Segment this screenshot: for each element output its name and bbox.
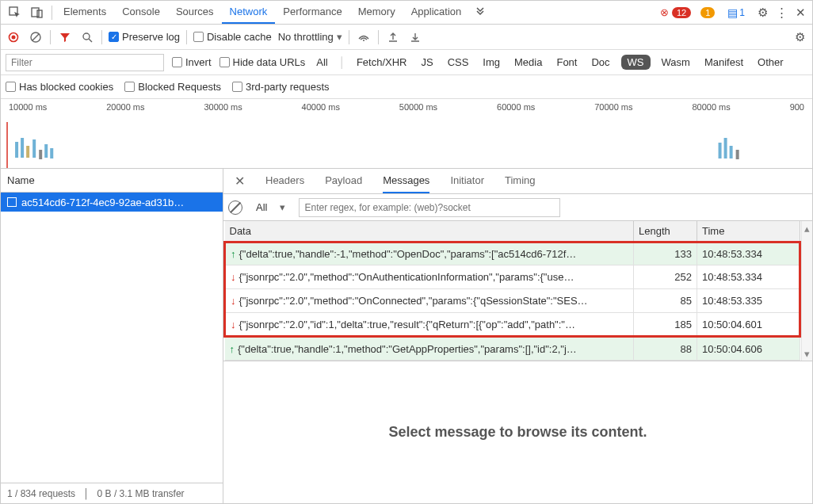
svg-line-8 bbox=[89, 39, 92, 42]
message-placeholder: Select message to browse its content. bbox=[223, 361, 812, 503]
type-filter-fetch-xhr[interactable]: Fetch/XHR bbox=[353, 55, 410, 70]
divider bbox=[50, 30, 51, 44]
svg-rect-18 bbox=[719, 143, 722, 158]
timeline-tick: 70000 ms bbox=[594, 102, 632, 112]
message-data: {"delta":true,"handle":-1,"method":"Open… bbox=[239, 248, 577, 260]
tab-sources[interactable]: Sources bbox=[168, 1, 222, 24]
timeline-tick: 10000 ms bbox=[9, 102, 47, 112]
detail-tab-messages[interactable]: Messages bbox=[383, 169, 429, 193]
message-data: {"jsonrpc":"2.0","method":"OnConnected",… bbox=[239, 295, 588, 307]
type-filter-all[interactable]: All bbox=[313, 55, 330, 70]
upload-har-icon[interactable] bbox=[385, 29, 401, 45]
disable-cache-checkbox[interactable]: Disable cache bbox=[193, 31, 272, 43]
close-detail-icon[interactable]: ✕ bbox=[230, 174, 250, 189]
timeline-tick: 40000 ms bbox=[302, 102, 340, 112]
type-filter-manifest[interactable]: Manifest bbox=[701, 55, 746, 70]
timeline-overview[interactable]: 10000 ms20000 ms30000 ms40000 ms50000 ms… bbox=[1, 99, 812, 169]
message-length: 252 bbox=[634, 265, 697, 289]
tab-memory[interactable]: Memory bbox=[350, 1, 403, 24]
tab-console[interactable]: Console bbox=[114, 1, 168, 24]
has-blocked-cookies-checkbox[interactable]: Has blocked cookies bbox=[6, 81, 113, 93]
col-time-header[interactable]: Time bbox=[697, 221, 800, 242]
name-column-header[interactable]: Name bbox=[1, 169, 223, 193]
detail-tab-initiator[interactable]: Initiator bbox=[450, 169, 484, 193]
message-length: 185 bbox=[634, 313, 697, 337]
warnings-badge[interactable]: 1 bbox=[700, 7, 715, 18]
filter-icon[interactable] bbox=[57, 29, 73, 45]
type-filter-media[interactable]: Media bbox=[511, 55, 545, 70]
settings-gear-icon[interactable]: ⚙ bbox=[758, 6, 768, 20]
col-length-header[interactable]: Length bbox=[634, 221, 697, 242]
svg-rect-13 bbox=[26, 146, 29, 158]
message-time: 10:50:04.601 bbox=[697, 313, 800, 337]
type-filter-js[interactable]: JS bbox=[418, 55, 436, 70]
svg-rect-21 bbox=[736, 150, 739, 159]
transfer-size: 0 B / 3.1 MB transfer bbox=[97, 488, 185, 499]
divider bbox=[349, 30, 349, 44]
tab-application[interactable]: Application bbox=[403, 1, 470, 24]
request-count: 1 / 834 requests bbox=[7, 488, 75, 499]
detail-tab-timing[interactable]: Timing bbox=[505, 169, 536, 193]
kebab-menu-icon[interactable]: ⋮ bbox=[776, 6, 788, 20]
tab-performance[interactable]: Performance bbox=[275, 1, 349, 24]
message-time: 10:48:53.334 bbox=[697, 265, 800, 289]
svg-rect-20 bbox=[730, 146, 733, 158]
svg-rect-16 bbox=[44, 144, 48, 158]
arrow-up-icon: ↑ bbox=[230, 343, 235, 355]
message-data: {"delta":true,"handle":1,"method":"GetAp… bbox=[238, 343, 577, 355]
divider: │ bbox=[83, 488, 90, 499]
timeline-tick: 80000 ms bbox=[692, 102, 730, 112]
type-filter-css[interactable]: CSS bbox=[445, 55, 472, 70]
device-mode-icon[interactable] bbox=[28, 3, 47, 22]
detail-tab-headers[interactable]: Headers bbox=[265, 169, 304, 193]
message-direction-dropdown[interactable]: All▾ bbox=[249, 197, 292, 217]
message-regex-input[interactable] bbox=[299, 198, 560, 217]
col-data-header[interactable]: Data bbox=[225, 221, 634, 242]
network-settings-gear-icon[interactable]: ⚙ bbox=[792, 29, 807, 45]
download-har-icon[interactable] bbox=[407, 29, 423, 45]
tab-network[interactable]: Network bbox=[222, 1, 276, 24]
message-row[interactable]: ↓{"jsonrpc":"2.0","id":1,"delta":true,"r… bbox=[225, 313, 800, 337]
message-row[interactable]: ↓{"jsonrpc":"2.0","method":"OnConnected"… bbox=[225, 289, 800, 313]
svg-rect-1 bbox=[32, 8, 39, 17]
detail-tab-payload[interactable]: Payload bbox=[325, 169, 362, 193]
clear-messages-button[interactable] bbox=[228, 200, 242, 215]
errors-badge[interactable]: ⊗ 12 bbox=[660, 6, 691, 18]
divider: │ bbox=[339, 56, 345, 68]
tab-elements[interactable]: Elements bbox=[55, 1, 114, 24]
close-devtools-icon[interactable]: ✕ bbox=[796, 6, 806, 20]
search-icon[interactable] bbox=[79, 29, 95, 45]
svg-rect-12 bbox=[21, 138, 24, 158]
message-length: 88 bbox=[634, 337, 697, 361]
timeline-tick: 50000 ms bbox=[399, 102, 437, 112]
arrow-down-icon: ↓ bbox=[231, 295, 236, 307]
inspect-icon[interactable] bbox=[6, 3, 25, 22]
type-filter-other[interactable]: Other bbox=[754, 55, 787, 70]
more-tabs-chevron-icon[interactable] bbox=[471, 3, 490, 22]
message-length: 133 bbox=[634, 242, 697, 265]
blocked-requests-checkbox[interactable]: Blocked Requests bbox=[124, 81, 221, 93]
preserve-log-checkbox[interactable]: Preserve log bbox=[109, 31, 180, 43]
clear-button[interactable] bbox=[28, 29, 44, 45]
type-filter-doc[interactable]: Doc bbox=[588, 55, 613, 70]
timeline-tick: 20000 ms bbox=[106, 102, 144, 112]
message-row[interactable]: ↑{"delta":true,"handle":-1,"method":"Ope… bbox=[225, 242, 800, 265]
record-button[interactable] bbox=[6, 29, 21, 45]
message-row[interactable]: ↑{"delta":true,"handle":1,"method":"GetA… bbox=[225, 337, 800, 361]
throttling-dropdown[interactable]: No throttling▾ bbox=[278, 31, 342, 43]
network-conditions-icon[interactable] bbox=[356, 29, 372, 45]
type-filter-img[interactable]: Img bbox=[479, 55, 503, 70]
type-filter-wasm[interactable]: Wasm bbox=[658, 55, 693, 70]
third-party-checkbox[interactable]: 3rd-party requests bbox=[232, 81, 330, 93]
request-row[interactable]: ac514cd6-712f-4ec9-92ae-ad31b… bbox=[1, 193, 223, 212]
hide-data-urls-checkbox[interactable]: Hide data URLs bbox=[219, 56, 306, 68]
messages-badge[interactable]: ▤1 bbox=[727, 6, 745, 19]
type-filter-ws[interactable]: WS bbox=[621, 55, 651, 70]
invert-checkbox[interactable]: Invert bbox=[172, 56, 212, 68]
svg-rect-11 bbox=[15, 142, 18, 158]
type-filter-font[interactable]: Font bbox=[553, 55, 580, 70]
message-row[interactable]: ↓{"jsonrpc":"2.0","method":"OnAuthentica… bbox=[225, 265, 800, 289]
svg-point-9 bbox=[363, 40, 365, 41]
filter-input[interactable] bbox=[6, 54, 164, 71]
messages-scrollbar[interactable]: ▴ ▾ bbox=[801, 221, 812, 361]
